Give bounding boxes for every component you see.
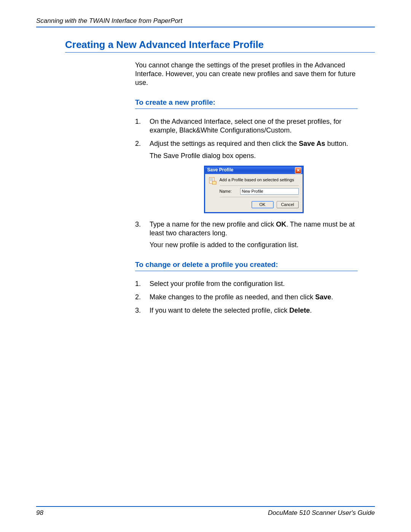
step-text: button. [325, 140, 348, 147]
step-text: . [331, 293, 333, 301]
footer-divider [36, 506, 375, 507]
step-text-bold: Save [315, 293, 331, 301]
profile-icon [209, 177, 217, 185]
list-item: If you want to delete the selected profi… [135, 306, 358, 315]
list-item: Select your profile from the configurati… [135, 280, 358, 288]
step-text-bold: Save As [299, 140, 325, 147]
cancel-button[interactable]: Cancel [277, 201, 299, 208]
page-header-breadcrumb: Scanning with the TWAIN Interface from P… [36, 17, 375, 25]
step-text: If you want to delete the selected profi… [150, 307, 289, 314]
subhead-create-profile: To create a new profile: [135, 98, 358, 107]
step-sub-paragraph: The Save Profile dialog box opens. [150, 152, 358, 160]
list-item: Make changes to the profile as needed, a… [135, 293, 358, 302]
dialog-title: Save Profile [207, 167, 234, 173]
name-field-label: Name: [220, 189, 236, 194]
change-steps-list: Select your profile from the configurati… [135, 280, 358, 315]
subhead-rule [135, 271, 358, 271]
section-title-rule [65, 52, 375, 53]
save-profile-dialog: Save Profile ✕ [204, 166, 304, 213]
step-text: On the Advanced Interface, select one of… [150, 118, 341, 134]
create-steps-list: On the Advanced Interface, select one of… [135, 117, 358, 148]
subhead-rule [135, 109, 358, 109]
guide-name: DocuMate 510 Scanner User's Guide [268, 509, 375, 517]
list-item: Adjust the settings as required and then… [135, 139, 358, 148]
dialog-description: Add a Profile based on selected settings [220, 177, 299, 182]
section-title: Creating a New Advanced Interface Profil… [65, 39, 375, 51]
intro-paragraph: You cannot change the settings of the pr… [135, 61, 358, 87]
page-number: 98 [36, 509, 43, 517]
dialog-titlebar[interactable]: Save Profile ✕ [205, 166, 303, 174]
step-sub-paragraph: Your new profile is added to the configu… [150, 241, 358, 249]
step-text: Select your profile from the configurati… [150, 280, 285, 288]
step-text: Type a name for the new profile and clic… [150, 220, 276, 228]
header-divider [36, 27, 375, 27]
step-text-bold: Delete [289, 307, 310, 314]
ok-button[interactable]: OK [252, 201, 274, 208]
close-icon: ✕ [296, 168, 300, 173]
step-text: . [310, 307, 312, 314]
step-text: Adjust the settings as required and then… [150, 140, 299, 147]
step-text: Make changes to the profile as needed, a… [150, 293, 315, 301]
create-steps-list-cont: Type a name for the new profile and clic… [135, 220, 358, 238]
list-item: On the Advanced Interface, select one of… [135, 117, 358, 135]
list-item: Type a name for the new profile and clic… [135, 220, 358, 238]
svg-rect-4 [212, 181, 216, 184]
close-button[interactable]: ✕ [295, 167, 301, 174]
subhead-change-profile: To change or delete a profile you create… [135, 260, 358, 269]
name-input[interactable] [240, 188, 299, 195]
step-text-bold: OK [276, 220, 286, 228]
